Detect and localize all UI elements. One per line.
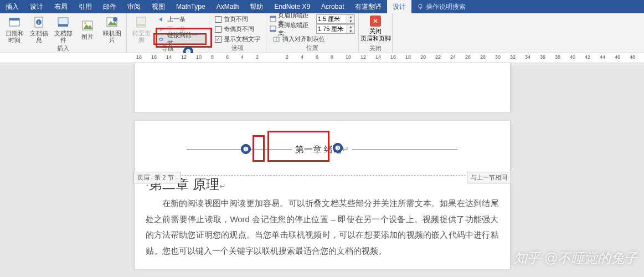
btn-close-hf[interactable]: ✕ 关闭 页眉和页脚	[362, 14, 389, 44]
spin-up-icon[interactable]: ▲	[347, 15, 354, 19]
online-picture-icon	[105, 16, 119, 29]
ruler-tick: 14	[166, 54, 172, 60]
chk-show-text[interactable]: ✓显示文档文字	[213, 34, 262, 44]
header-separator-dashed	[135, 175, 510, 176]
next-icon	[157, 25, 165, 33]
group-options: 首页不同 奇偶页不同 ✓显示文档文字 选项	[209, 13, 266, 53]
tab-youdao[interactable]: 有道翻译	[349, 0, 387, 13]
spin-header-dist[interactable]: ▲▼	[316, 14, 355, 24]
spin-footer-dist[interactable]: ▲▼	[316, 24, 355, 34]
svg-rect-20	[270, 30, 276, 32]
checkbox-icon	[215, 26, 221, 33]
tab-design-1[interactable]: 设计	[24, 0, 49, 13]
btn-prev-section[interactable]: 上一条	[154, 14, 205, 24]
group-navigation: 转至页脚 上一条 下一条 链接到前一节 导航 ❷	[127, 13, 209, 53]
tab-review[interactable]: 审阅	[122, 0, 146, 13]
ruler-tick: 8	[211, 54, 214, 60]
ruler-tick: 2	[286, 54, 288, 60]
ribbon: 日期和时间 i 文档信息 文档部件 图片 联机图片 插入	[0, 13, 644, 53]
horizontal-ruler[interactable]: 1816141210864224681012141618202224262830…	[0, 53, 644, 63]
tab-help[interactable]: 帮助	[244, 0, 269, 13]
ruler-tick: 4	[241, 54, 244, 60]
doc-info-icon: i	[32, 16, 45, 29]
ruler-tick: 46	[615, 54, 620, 60]
ruler-tick: 38	[555, 54, 560, 60]
svg-rect-3	[9, 18, 19, 20]
input-header-dist[interactable]	[317, 15, 347, 23]
tab-view[interactable]: 视图	[146, 0, 171, 13]
checkbox-icon: ✓	[215, 36, 221, 43]
document-body[interactable]: ·第二章 原理↵ 在新的阅读视图中阅读更加容易。可以折叠文档某些部分并关注所需文…	[135, 171, 510, 259]
chk-first-diff[interactable]: 首页不同	[213, 14, 262, 24]
ruler-tick: 16	[390, 54, 396, 60]
tab-design-hf[interactable]: 设计	[387, 0, 411, 13]
btn-date-time[interactable]: 日期和时间	[3, 14, 25, 44]
ruler-tick: 40	[570, 54, 575, 60]
ruler-tick: 34	[525, 54, 530, 60]
spin-down-icon[interactable]: ▼	[347, 29, 354, 34]
header-block[interactable]: 第一章 绪论↵ ❶ ❸	[135, 121, 510, 165]
ruler-tick: 2	[256, 54, 259, 60]
quick-parts-icon	[56, 16, 70, 29]
group-close: ✕ 关闭 页眉和页脚 关闭	[359, 13, 393, 53]
btn-link-previous[interactable]: 链接到前一节	[154, 34, 205, 44]
pages-area[interactable]: 内容改为第二章 原理 第一章 绪论↵ ❶ ❸ 页眉 - 第 2 节 - 与上一节…	[0, 63, 644, 277]
ruler-tick: 20	[420, 54, 426, 60]
ruler-tick: 12	[181, 54, 187, 60]
heading-chapter[interactable]: ·第二章 原理↵	[146, 176, 499, 193]
ruler-tick: 48	[630, 54, 635, 60]
workspace: 1816141210864224681012141618202224262830…	[0, 53, 644, 277]
btn-goto-hf[interactable]: 转至页脚	[130, 14, 152, 44]
badge-section-header: 页眉 - 第 2 节 -	[133, 172, 182, 183]
btn-picture[interactable]: 图片	[76, 14, 99, 44]
page-gap	[134, 113, 511, 121]
ruler-tick: 6	[226, 54, 229, 60]
tab-acrobat[interactable]: Acrobat	[316, 0, 349, 13]
ruler-tick: 18	[136, 54, 142, 60]
prev-icon	[157, 16, 165, 23]
btn-quick-parts[interactable]: 文档部件	[52, 14, 74, 44]
tab-references[interactable]: 引用	[73, 0, 97, 13]
ruler-tick: 30	[495, 54, 501, 60]
svg-point-14	[113, 17, 117, 22]
btn-online-picture[interactable]: 联机图片	[101, 14, 123, 44]
svg-rect-1	[420, 8, 421, 9]
step-badge-1: ❶	[241, 144, 251, 154]
btn-align-tab[interactable]: 插入对齐制表位	[270, 34, 355, 44]
btn-doc-info[interactable]: i 文档信息	[28, 14, 50, 44]
ruler-tick: 10	[196, 54, 202, 60]
svg-rect-16	[137, 24, 146, 26]
chk-odd-even[interactable]: 奇偶页不同	[213, 24, 262, 34]
align-tab-icon	[272, 35, 280, 43]
ruler-tick: 4	[301, 54, 303, 60]
group-insert: 日期和时间 i 文档信息 文档部件 图片 联机图片 插入	[0, 13, 127, 53]
lightbulb-icon	[417, 3, 424, 10]
ruler-tick: 32	[510, 54, 516, 60]
ribbon-tabs: 插入 设计 布局 引用 邮件 审阅 视图 MathType AxMath 帮助 …	[0, 0, 644, 13]
close-icon: ✕	[370, 16, 381, 27]
ruler-tick: 22	[435, 54, 441, 60]
tab-layout[interactable]: 布局	[49, 0, 73, 13]
ruler-tick: 6	[316, 54, 318, 60]
tab-axmath[interactable]: AxMath	[211, 0, 245, 13]
svg-point-11	[84, 22, 86, 24]
input-footer-dist[interactable]	[317, 25, 347, 33]
tell-me-search[interactable]: 操作说明搜索	[411, 0, 471, 13]
spin-up-icon[interactable]: ▲	[347, 25, 354, 29]
tab-mathtype[interactable]: MathType	[171, 0, 211, 13]
ruler-tick: 14	[375, 54, 381, 60]
tab-insert[interactable]: 插入	[0, 0, 24, 13]
tab-mailings[interactable]: 邮件	[97, 0, 122, 13]
checkbox-icon	[215, 16, 221, 23]
group-insert-label: 插入	[57, 44, 69, 53]
svg-rect-8	[58, 24, 68, 27]
ruler-tick: 16	[151, 54, 157, 60]
page-current[interactable]: 第一章 绪论↵ ❶ ❸ 页眉 - 第 2 节 - 与上一节相同 ·第二章 原理↵…	[134, 121, 511, 269]
group-nav-label: 导航	[162, 44, 174, 53]
group-position: 页眉顶端距离: ▲▼ 页脚底端距离: ▲▼ 插入对齐制表位 位置	[266, 13, 359, 53]
group-close-label: 关闭	[369, 44, 382, 53]
body-paragraph[interactable]: 在新的阅读视图中阅读更加容易。可以折叠文档某些部分并关注所需文本。如果在达到结尾…	[146, 196, 499, 259]
step-badge-3: ❸	[333, 143, 343, 153]
spin-down-icon[interactable]: ▼	[347, 19, 354, 24]
ruler-tick: 28	[480, 54, 486, 60]
